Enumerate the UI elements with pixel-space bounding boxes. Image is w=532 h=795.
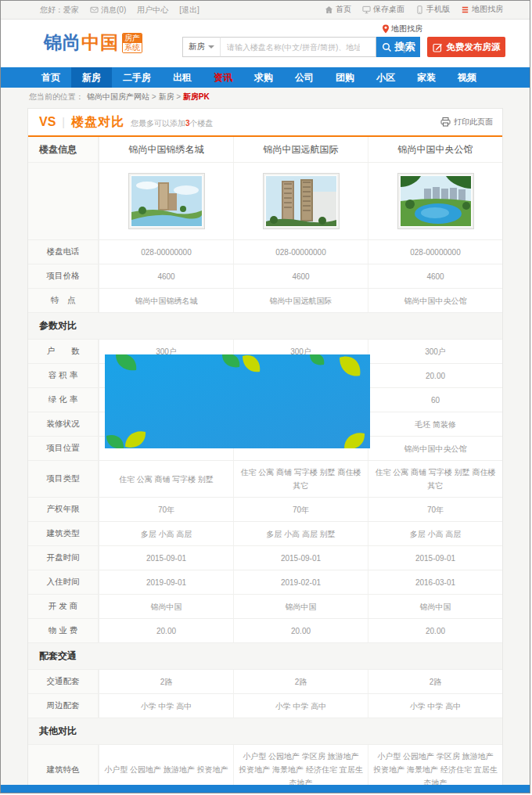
map-find-link[interactable]: 地图找房 <box>382 23 422 34</box>
publish-button-label: 免费发布房源 <box>447 41 501 53</box>
nav-item-2[interactable]: 二手房 <box>112 67 162 88</box>
nav-item-5[interactable]: 求购 <box>243 67 284 88</box>
table-row: 产权年限70年70年70年 <box>28 497 502 521</box>
table-row: 入住时间2019-09-012019-02-012016-03-01 <box>28 570 502 594</box>
row-value: 60 <box>368 388 502 412</box>
row-value: 20.00 <box>233 619 368 642</box>
row-value: 锦尚中国 <box>99 595 233 618</box>
home-icon <box>325 5 333 14</box>
row-value: 锦尚中国 <box>233 595 368 618</box>
section-header-16: 配套交通 <box>28 642 502 669</box>
row-value: 锦尚中国 <box>368 595 502 618</box>
table-row: 楼盘电话028-00000000028-00000000028-00000000 <box>28 239 502 264</box>
row-value: 2路 <box>368 670 502 693</box>
bottom-blue-bar <box>1 785 530 793</box>
row-label: 交通配套 <box>28 670 99 693</box>
table-row: 建筑类型多层 小高 高层多层 小高 高层 别墅多层 小高 高层 <box>28 521 502 545</box>
row-label: 装修状况 <box>28 412 99 436</box>
page-title: 楼盘对比 <box>71 114 124 131</box>
property-name-2[interactable]: 锦尚中国中央公馆 <box>368 137 502 162</box>
search-input[interactable] <box>220 37 376 57</box>
row-value: 锦尚中国远航国际 <box>233 289 368 312</box>
breadcrumb-link[interactable]: 新房 <box>158 92 174 101</box>
logout-link[interactable]: [退出] <box>179 5 200 16</box>
nav-item-0[interactable]: 首页 <box>31 67 71 88</box>
nav-item-10[interactable]: 视频 <box>447 67 487 88</box>
row-value: 028-00000000 <box>368 240 502 264</box>
row-value: 300户 <box>368 340 502 363</box>
property-photo-cell-1 <box>233 163 368 239</box>
microphone-icon[interactable] <box>400 42 409 52</box>
row-value: 2015-09-01 <box>233 546 368 570</box>
riverside-building-photo[interactable] <box>128 173 205 229</box>
row-value: 70年 <box>368 498 502 521</box>
row-value: 锦尚中国中央公馆 <box>368 289 502 312</box>
row-value: 028-00000000 <box>233 240 368 264</box>
row-label: 开 发 商 <box>28 595 99 618</box>
row-label: 容 积 率 <box>28 364 99 387</box>
property-name-0[interactable]: 锦尚中国锦绣名城 <box>99 137 233 162</box>
row-value: 2015-09-01 <box>99 546 233 570</box>
table-row: 项目类型住宅 公寓 商铺 写字楼 别墅住宅 公寓 商铺 写字楼 别墅 商住楼 其… <box>28 460 502 497</box>
nav-item-3[interactable]: 出租 <box>162 67 203 88</box>
search-category-value: 新房 <box>189 41 205 52</box>
table-row: 开 发 商锦尚中国锦尚中国锦尚中国 <box>28 594 502 618</box>
row-value: 70年 <box>99 498 233 521</box>
print-page-button[interactable]: 打印此页面 <box>440 117 493 128</box>
section-header-3: 参数对比 <box>28 312 502 339</box>
table-row: 周边配套小学 中学 高中小学 中学 高中小学 中学 高中 <box>28 693 502 718</box>
search-button[interactable]: 搜索 <box>376 37 420 57</box>
topbar-link-label: 手机版 <box>426 4 450 15</box>
publish-listing-button[interactable]: 免费发布房源 <box>427 37 505 57</box>
row-value: 锦尚中国中央公馆 <box>368 437 502 460</box>
topbar-link-1[interactable]: 保存桌面 <box>362 4 404 15</box>
lakeside-community-photo[interactable] <box>397 173 474 229</box>
nav-item-1[interactable]: 新房 <box>71 67 112 88</box>
table-row: 项目价格460046004600 <box>28 264 502 288</box>
topbar-link-0[interactable]: 首页 <box>325 4 351 15</box>
row-value: 028-00000000 <box>99 240 233 264</box>
site-logo[interactable]: 锦尚 中国 房产 系统 <box>44 31 142 55</box>
breadcrumb: 您当前的位置： 锦尚中国房产网站 > 新房 > 新房PK <box>1 88 530 106</box>
row-label: 产权年限 <box>28 498 99 521</box>
nav-item-8[interactable]: 小区 <box>365 67 406 88</box>
messages-label: 消息(0) <box>101 5 126 16</box>
logo-text-2: 中国 <box>81 31 119 55</box>
row-value: 2路 <box>99 670 233 693</box>
nav-item-9[interactable]: 家装 <box>406 67 447 88</box>
nav-item-4[interactable]: 资讯 <box>203 67 243 88</box>
row-value: 小学 中学 高中 <box>368 694 502 718</box>
phone-icon <box>415 5 424 14</box>
search-category-select[interactable]: 新房 <box>182 37 220 57</box>
table-row: 特 点锦尚中国锦绣名城锦尚中国远航国际锦尚中国中央公馆 <box>28 288 502 312</box>
row-value: 多层 小高 高层 别墅 <box>233 522 368 545</box>
main-nav: 首页新房二手房出租资讯求购公司团购小区家装视频 <box>1 67 530 88</box>
breadcrumb-link[interactable]: 锦尚中国房产网站 <box>87 92 149 101</box>
nav-item-6[interactable]: 公司 <box>284 67 325 88</box>
row-label: 物 业 费 <box>28 619 99 642</box>
row-value: 多层 小高 高层 <box>368 522 502 545</box>
edit-icon <box>433 42 443 52</box>
twin-towers-photo[interactable] <box>263 173 340 229</box>
row-label: 周边配套 <box>28 694 99 718</box>
map-find-label: 地图找房 <box>391 23 422 34</box>
menu-icon <box>461 5 469 14</box>
row-value: 多层 小高 高层 <box>99 522 233 545</box>
row-label: 项目类型 <box>28 461 99 497</box>
row-label: 开盘时间 <box>28 546 99 570</box>
top-bar: 您好：爱家 消息(0) 用户中心 [退出] 首页保存桌面手机版地图找房 <box>1 1 530 20</box>
table-row: 楼盘信息锦尚中国锦绣名城锦尚中国远航国际锦尚中国中央公馆 <box>28 137 502 162</box>
topbar-link-3[interactable]: 地图找房 <box>461 4 503 15</box>
section-header-19: 其他对比 <box>28 718 502 744</box>
nav-item-7[interactable]: 团购 <box>325 67 365 88</box>
row-value: 住宅 公寓 商铺 写字楼 别墅 商住楼 其它 <box>233 461 368 497</box>
user-center-link[interactable]: 用户中心 <box>137 5 168 16</box>
messages-link[interactable]: 消息(0) <box>90 5 126 16</box>
page: 您好：爱家 消息(0) 用户中心 [退出] 首页保存桌面手机版地图找房 锦尚 中… <box>0 0 530 793</box>
property-name-1[interactable]: 锦尚中国远航国际 <box>233 137 368 162</box>
breadcrumb-prefix: 您当前的位置： <box>29 92 84 103</box>
chevron-down-icon <box>208 45 214 49</box>
topbar-link-2[interactable]: 手机版 <box>415 4 450 15</box>
row-value: 小学 中学 高中 <box>99 694 233 718</box>
compare-subtitle: 您最多可以添加3个楼盘 <box>131 118 214 129</box>
